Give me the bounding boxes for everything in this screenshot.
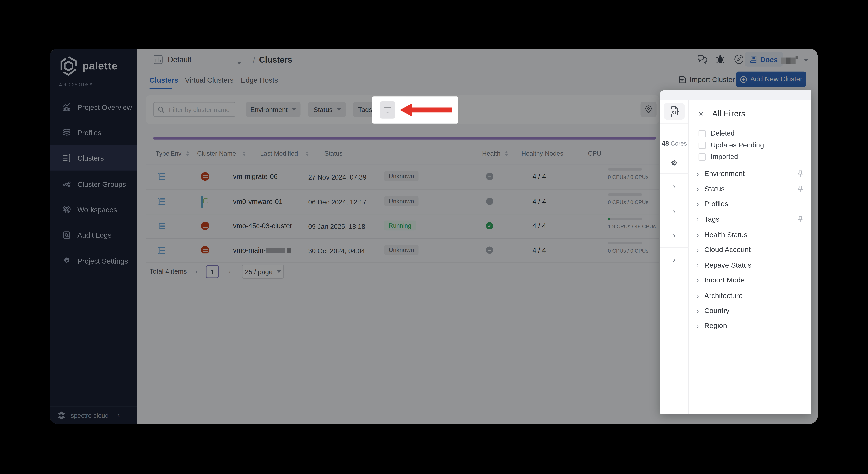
chevron-right-icon: › [697, 246, 699, 254]
more-filters-button[interactable] [380, 101, 395, 119]
filter-section-import-mode[interactable]: › Import Mode [697, 276, 803, 284]
close-icon[interactable]: × [699, 109, 704, 118]
funnel-filter-icon [384, 106, 391, 114]
divider [660, 152, 689, 152]
drawer-top-band [660, 90, 811, 100]
cores-value: 48 [661, 140, 669, 147]
chevron-right-icon: › [697, 231, 699, 239]
pin-icon[interactable] [797, 215, 803, 223]
chevron-right-icon: › [697, 215, 699, 223]
expand-row-chevron[interactable]: › [660, 198, 689, 223]
chevron-right-icon: › [697, 185, 699, 193]
checkbox-icon [699, 130, 706, 137]
expand-row-chevron[interactable]: › [660, 223, 689, 247]
chevron-right-icon: › [697, 261, 699, 269]
filter-section-cloud-account[interactable]: › Cloud Account [697, 245, 803, 254]
screenshot-stage: palette 4.6.0-250108 * Project Overview … [0, 0, 868, 474]
filter-section-country[interactable]: › Country [697, 306, 803, 315]
pin-icon[interactable] [797, 185, 803, 192]
filter-section-architecture[interactable]: › Architecture [697, 292, 803, 300]
expand-row-chevron[interactable]: › [660, 174, 689, 198]
chevron-right-icon: › [697, 276, 699, 284]
red-arrow-annotation [400, 102, 453, 118]
all-filters-drawer: CSV 48 Cores › › › › × All Filters [660, 90, 811, 415]
all-filters-panel: × All Filters Deleted Updates Pending Im… [689, 100, 811, 415]
filter-highlight-callout [372, 96, 458, 123]
filter-section-status[interactable]: › Status [697, 184, 803, 193]
drawer-mini-column: CSV 48 Cores › › › › [660, 100, 689, 415]
filter-section-tags[interactable]: › Tags [697, 215, 803, 223]
cores-summary: 48 Cores [660, 140, 689, 147]
chevron-right-icon: › [697, 200, 699, 208]
divider [660, 123, 689, 124]
drawer-title: All Filters [712, 109, 745, 118]
checkbox-icon [699, 153, 706, 160]
filter-section-repave-status[interactable]: › Repave Status [697, 261, 803, 269]
chevron-right-icon: › [697, 306, 699, 315]
table-settings-button[interactable] [660, 159, 689, 168]
checkbox-icon [699, 142, 706, 149]
filter-checkbox-updates-pending[interactable]: Updates Pending [699, 141, 764, 149]
pin-icon[interactable] [797, 170, 803, 177]
filter-checkbox-imported[interactable]: Imported [699, 153, 738, 161]
svg-text:CSV: CSV [672, 110, 679, 114]
cores-unit: Cores [671, 140, 687, 147]
chevron-right-icon: › [697, 170, 699, 178]
expand-row-chevron[interactable]: › [660, 247, 689, 271]
filter-section-health-status[interactable]: › Health Status [697, 230, 803, 239]
chevron-right-icon: › [697, 292, 699, 300]
filter-checkbox-deleted[interactable]: Deleted [699, 129, 735, 138]
chevron-right-icon: › [697, 322, 699, 330]
app-window: palette 4.6.0-250108 * Project Overview … [50, 49, 817, 424]
filter-section-region[interactable]: › Region [697, 321, 803, 330]
export-csv-button[interactable]: CSV [664, 103, 685, 120]
filter-section-environment[interactable]: › Environment [697, 170, 803, 178]
filter-section-profiles[interactable]: › Profiles [697, 200, 803, 208]
